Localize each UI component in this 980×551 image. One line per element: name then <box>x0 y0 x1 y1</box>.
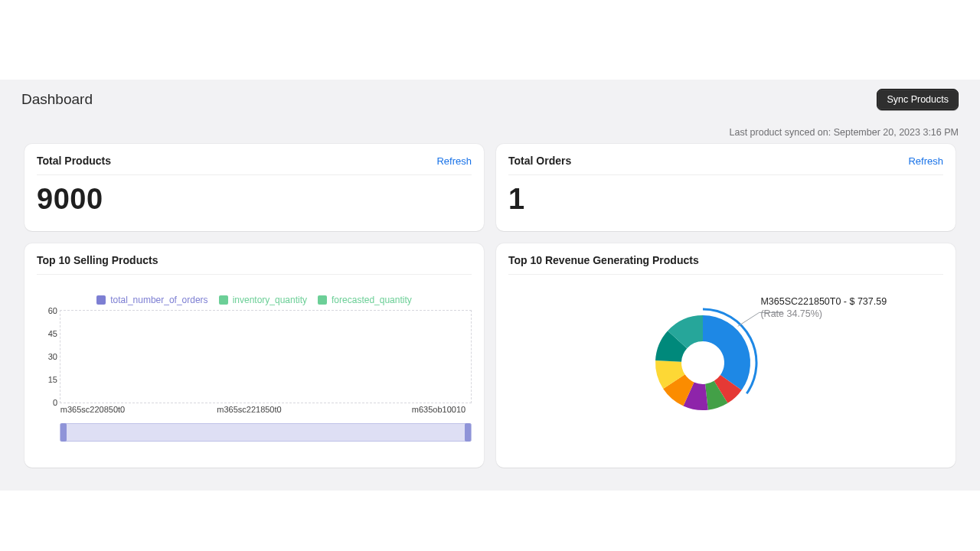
donut-callout: M365SC221850T0 - $ 737.59 (Rate 34.75%) <box>760 296 887 319</box>
cards-grid: Total Products Refresh 9000 Total Orders… <box>0 138 980 468</box>
card-top-revenue: Top 10 Revenue Generating Products M365S… <box>496 243 956 468</box>
card-title: Total Products <box>37 155 111 167</box>
bar-plot: 015304560 <box>60 310 472 403</box>
card-head: Total Products Refresh <box>37 155 472 175</box>
chart-title: Top 10 Selling Products <box>37 254 472 275</box>
page-body: Dashboard Sync Products Last product syn… <box>0 80 980 491</box>
y-tick: 45 <box>38 329 57 338</box>
last-sync-row: Last product synced on: September 20, 20… <box>0 110 980 138</box>
y-tick: 30 <box>38 352 57 361</box>
page-title: Dashboard <box>21 91 93 108</box>
x-tick: m635ob10010 <box>412 405 466 414</box>
sync-products-button[interactable]: Sync Products <box>877 89 959 110</box>
card-head: Total Orders Refresh <box>508 155 943 175</box>
y-tick: 15 <box>38 375 57 384</box>
total-products-value: 9000 <box>37 183 472 216</box>
card-top-selling: Top 10 Selling Products total_number_of_… <box>24 243 484 468</box>
refresh-link[interactable]: Refresh <box>908 155 943 167</box>
range-slider[interactable] <box>60 423 472 442</box>
donut-chart: M365SC221850T0 - $ 737.59 (Rate 34.75%) <box>508 282 943 451</box>
total-orders-value: 1 <box>508 183 943 216</box>
legend-item: total_number_of_orders <box>96 295 207 305</box>
app-topbar <box>0 0 980 80</box>
legend-item: inventory_quantity <box>219 295 307 305</box>
card-title: Total Orders <box>508 155 571 167</box>
x-tick: m365sc220850t0 <box>60 405 125 414</box>
callout-line1: M365SC221850T0 - $ 737.59 <box>760 296 887 307</box>
titlebar: Dashboard Sync Products <box>0 80 980 110</box>
chart-title: Top 10 Revenue Generating Products <box>508 254 943 275</box>
y-tick: 60 <box>38 306 57 315</box>
bar-chart: 015304560 m365sc220850t0m365sc221850t0m6… <box>37 310 472 442</box>
card-total-orders: Total Orders Refresh 1 <box>496 144 956 231</box>
y-tick: 0 <box>38 398 57 407</box>
card-total-products: Total Products Refresh 9000 <box>24 144 484 231</box>
callout-line2: (Rate 34.75%) <box>760 308 887 319</box>
bar-legend: total_number_of_ordersinventory_quantity… <box>37 295 472 305</box>
bar-xaxis: m365sc220850t0m365sc221850t0m635ob10010 <box>60 405 472 417</box>
refresh-link[interactable]: Refresh <box>436 155 472 167</box>
legend-item: forecasted_quantity <box>318 295 412 305</box>
last-sync-text: Last product synced on: September 20, 20… <box>730 127 959 138</box>
x-tick: m365sc221850t0 <box>217 405 281 414</box>
